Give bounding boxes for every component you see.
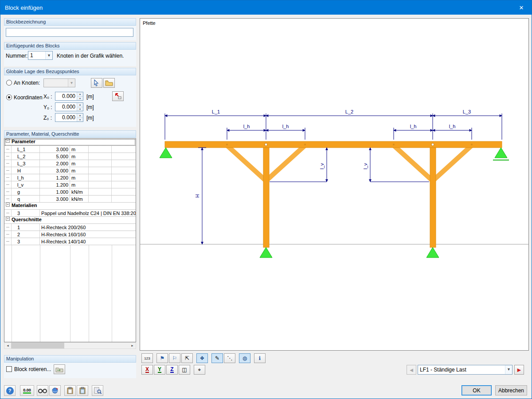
section-description[interactable]: H-Rechteck 200/260	[40, 224, 136, 231]
spin-up-icon[interactable]: ▲	[77, 103, 83, 107]
param-unit: kN/m	[70, 196, 89, 202]
show-results-button[interactable]: ⚐	[169, 353, 180, 363]
scroll-left-icon[interactable]: ◄	[4, 343, 11, 348]
graphic-settings-button[interactable]	[49, 385, 61, 396]
spin-down-icon[interactable]: ▼	[77, 107, 83, 111]
z-axis-icon: Z	[170, 367, 173, 373]
pick-node-button[interactable]	[91, 78, 102, 88]
find-block-button[interactable]	[92, 385, 103, 396]
at-node-radio[interactable]	[6, 80, 12, 86]
param-value[interactable]: 3.000	[40, 196, 70, 202]
scrollbar-thumb[interactable]	[11, 343, 64, 348]
param-value[interactable]: 1.200	[40, 174, 70, 181]
section-description[interactable]: H-Rechteck 140/140	[40, 238, 136, 245]
empty-cell	[112, 174, 136, 181]
folder-settings-icon	[55, 366, 63, 372]
view-y-button[interactable]: Y	[154, 365, 165, 375]
titlebar[interactable]: Block einfügen ✕	[0, 0, 532, 15]
graphics-view[interactable]: Pfette	[140, 18, 529, 351]
table-row[interactable]: 3Pappel und Nadelholz C24 | DIN EN 338:2…	[4, 210, 136, 217]
copy-block-button[interactable]	[77, 385, 88, 396]
help-button[interactable]: ?	[4, 385, 16, 396]
coordinates-radio[interactable]	[6, 94, 12, 100]
at-node-select[interactable]: ▾	[43, 78, 75, 87]
table-row[interactable]: l_h1.200m	[4, 174, 136, 181]
dim-label-lh: l_h	[282, 124, 289, 129]
table-group-row[interactable]: −Materialien	[4, 203, 136, 210]
next-loadcase-button[interactable]: ▶	[514, 365, 524, 375]
spin-down-icon[interactable]: ▼	[77, 118, 83, 122]
z-coordinate-stepper[interactable]: 0.000 ▲▼	[55, 113, 83, 122]
edit-mode-button[interactable]: ✎	[211, 353, 223, 363]
zoom-target-icon: ⌖	[198, 367, 201, 373]
z-unit-label: [m]	[86, 115, 94, 121]
info-display-button[interactable]: ℹ	[254, 353, 266, 363]
guide-lines-button[interactable]: ⋱	[224, 353, 235, 363]
table-group-row[interactable]: −Parameter	[4, 139, 136, 146]
isometric-view-button[interactable]: ◫	[179, 365, 190, 375]
beam[interactable]	[165, 141, 502, 148]
view-z-button[interactable]: Z	[166, 365, 178, 375]
scroll-right-icon[interactable]: ►	[129, 343, 136, 348]
numbering-toggle-button[interactable]: 123	[141, 353, 153, 363]
table-horizontal-scrollbar[interactable]: ◄ ►	[4, 342, 136, 349]
block-name-input[interactable]	[6, 28, 133, 37]
parameter-table[interactable]: −Parameter L_13.000m L_25.000m L_32.000m…	[4, 138, 136, 342]
table-row[interactable]: 2H-Rechteck 160/160	[4, 231, 136, 238]
collapse-icon[interactable]: −	[6, 203, 10, 207]
clipboard-copy-icon	[79, 387, 86, 394]
zoom-window-button[interactable]: ⌖	[194, 365, 205, 375]
view-x-button[interactable]: X	[141, 365, 153, 375]
right-column[interactable]	[430, 148, 436, 247]
table-row[interactable]: g1.000kN/m	[4, 188, 136, 196]
section-header-blockname: Blockbezeichnung	[4, 18, 136, 26]
param-value[interactable]: 5.000	[40, 153, 70, 160]
table-group-row[interactable]: −Querschnitte	[4, 217, 136, 224]
table-row[interactable]: q3.000kN/m	[4, 196, 136, 203]
collapse-icon[interactable]: −	[6, 217, 10, 221]
chevron-down-icon[interactable]: ▾	[45, 51, 52, 59]
left-column[interactable]	[263, 148, 269, 247]
close-button[interactable]: ✕	[511, 0, 532, 15]
param-value[interactable]: 3.000	[40, 146, 70, 153]
table-row[interactable]: 1H-Rechteck 200/260	[4, 224, 136, 231]
section-description[interactable]: H-Rechteck 160/160	[40, 231, 136, 238]
show-values-button[interactable]: ⚑	[156, 353, 168, 363]
display-properties-button[interactable]: ❖	[196, 353, 208, 363]
rotate-block-checkbox[interactable]	[6, 366, 12, 372]
new-node-button[interactable]	[103, 78, 115, 88]
units-settings-button[interactable]: 0.00	[20, 385, 34, 396]
table-row[interactable]: L_32.000m	[4, 160, 136, 167]
x-coordinate-stepper[interactable]: 0.000 ▲▼	[55, 92, 83, 101]
table-row[interactable]: L_13.000m	[4, 146, 136, 153]
spin-up-icon[interactable]: ▲	[77, 92, 83, 97]
spin-down-icon[interactable]: ▼	[77, 97, 83, 101]
param-value[interactable]: 2.000	[40, 160, 70, 167]
move-view-button[interactable]: ⇱	[181, 353, 193, 363]
cancel-button[interactable]: Abbrechen	[495, 385, 527, 395]
chevron-down-icon[interactable]: ▾	[505, 365, 512, 374]
table-row[interactable]: L_25.000m	[4, 153, 136, 160]
section-title: Globale Lage des Bezugspunktes	[6, 69, 79, 74]
y-coordinate-stepper[interactable]: 0.000 ▲▼	[55, 102, 83, 111]
spin-up-icon[interactable]: ▲	[77, 113, 83, 118]
empty-cell	[89, 160, 112, 167]
render-mode-button[interactable]: ◍	[239, 353, 250, 363]
param-value[interactable]: 3.000	[40, 167, 70, 174]
z-coordinate-value: 0.000	[55, 113, 77, 121]
material-description[interactable]: Pappel und Nadelholz C24 | DIN EN 338:20…	[40, 210, 136, 216]
table-row[interactable]: 3H-Rechteck 140/140	[4, 238, 136, 245]
previous-loadcase-button[interactable]: ◀	[407, 365, 416, 375]
loadcase-select[interactable]: LF1 - Ständige Last ▾	[418, 365, 512, 375]
paste-block-button[interactable]	[64, 385, 76, 396]
rotate-options-button[interactable]	[54, 364, 65, 374]
param-value[interactable]: 1.000	[40, 188, 70, 195]
table-row[interactable]: l_v1.200m	[4, 181, 136, 188]
display-properties-footer-button[interactable]	[37, 385, 48, 396]
pick-coordinates-button[interactable]	[112, 91, 124, 101]
ok-button[interactable]: OK	[462, 385, 492, 395]
node-number-select[interactable]: 1 ▾	[28, 51, 53, 60]
table-row[interactable]: H3.000m	[4, 167, 136, 174]
collapse-icon[interactable]: −	[6, 139, 10, 143]
param-value[interactable]: 1.200	[40, 181, 70, 188]
